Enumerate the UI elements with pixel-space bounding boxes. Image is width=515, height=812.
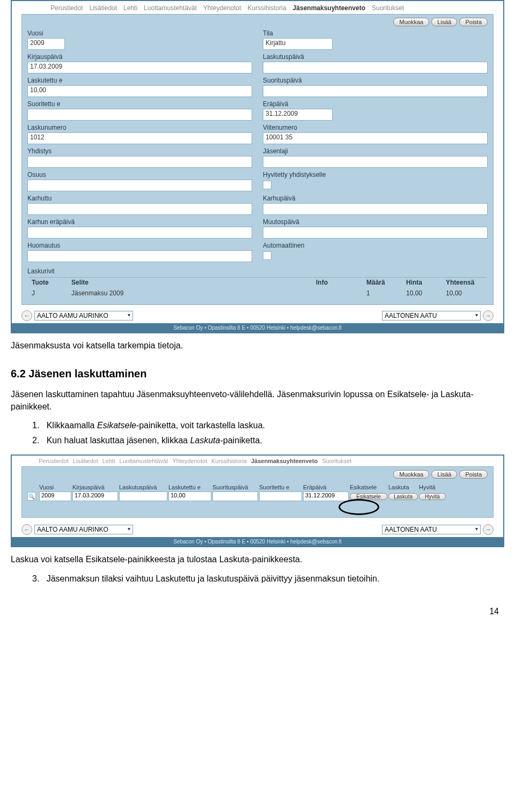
laskutuspaiva-input[interactable] <box>263 62 488 73</box>
poista-button[interactable]: Poista <box>459 18 488 26</box>
laskunumero-input[interactable]: 1012 <box>27 132 252 144</box>
right-combo[interactable]: AALTONEN AATU <box>382 311 481 321</box>
tab-lisatiedot[interactable]: Lisätiedot <box>89 3 118 14</box>
esikatsele-button[interactable]: Esikatsele <box>350 493 387 500</box>
h2-hyvita: Hyvitä <box>419 484 446 490</box>
vuosi-input[interactable]: 2009 <box>27 38 65 50</box>
list-item-2: 2. Kun haluat laskuttaa jäsenen, klikkaa… <box>32 434 504 447</box>
tab-bar: Perustiedot Lisätiedot Lehti Luottamuste… <box>12 1 503 14</box>
laskutettu-label: Laskutettu e <box>27 77 252 84</box>
row-suorpaiva[interactable] <box>212 491 258 501</box>
th-selite: Selite <box>68 277 312 287</box>
prev-left-icon[interactable]: ← <box>21 310 32 321</box>
tab2-perustiedot[interactable]: Perustiedot <box>39 458 69 464</box>
cell-yhteensa: 10,00 <box>443 288 487 298</box>
tab2-yhteydenotot[interactable]: Yhteydenotot <box>172 458 207 464</box>
hyvitetty-checkbox[interactable] <box>263 181 271 189</box>
tab-kurssihistoria[interactable]: Kurssihistoria <box>247 3 288 14</box>
annotation-circle-icon <box>339 499 379 515</box>
h2-laskutus: Laskutuspäivä <box>119 484 167 490</box>
osuus-label: Osuus <box>27 171 252 178</box>
karhuttu-label: Karhuttu <box>27 195 252 202</box>
section-heading: 6.2 Jäsenen laskuttaminen <box>11 368 504 380</box>
tab-perustiedot[interactable]: Perustiedot <box>49 3 84 14</box>
paragraph-3: Laskua voi katsella Esikatsele-painikkee… <box>11 554 504 565</box>
th-info: Info <box>313 277 362 287</box>
cell-selite: Jäsenmaksu 2009 <box>68 288 312 298</box>
laskurivit-label: Laskurivit <box>27 267 488 275</box>
karhuttu-input[interactable] <box>27 203 252 215</box>
row-laskutus[interactable] <box>119 491 167 501</box>
yhdistys-input[interactable] <box>27 156 252 168</box>
next-right-icon[interactable]: → <box>483 310 494 321</box>
muokkaa-button[interactable]: Muokkaa <box>393 18 429 26</box>
yhdistys-label: Yhdistys <box>27 147 252 155</box>
tila-input[interactable]: Kirjattu <box>263 38 333 50</box>
lisaa-button[interactable]: Lisää <box>431 18 457 26</box>
huomautus-input[interactable] <box>27 250 252 262</box>
suorituspaiva-input[interactable] <box>263 85 488 97</box>
kirjauspaiva-input[interactable]: 17.03.2009 <box>27 62 252 73</box>
tab2-kurssihistoria[interactable]: Kurssihistoria <box>211 458 247 464</box>
next-right-icon-2[interactable]: → <box>483 524 494 535</box>
h2-suorpaiva: Suorituspäivä <box>212 484 258 490</box>
muutospaiva-input[interactable] <box>263 227 488 239</box>
tab2-luottamustehtavat[interactable]: Luottamustehtävät <box>120 458 168 464</box>
h2-suoritettu: Suoritettu e <box>259 484 302 490</box>
tab2-lehti[interactable]: Lehti <box>102 458 115 464</box>
muokkaa-button-2[interactable]: Muokkaa <box>393 470 429 479</box>
tab-lehti[interactable]: Lehti <box>122 3 138 14</box>
h2-esikatsele: Esikatsele <box>350 484 387 490</box>
h2-laskutettu: Laskutettu e <box>168 484 211 490</box>
tab-suoritukset[interactable]: Suoritukset <box>371 3 405 14</box>
osuus-input[interactable] <box>27 180 252 191</box>
numbered-list-2: 3. Jäsenmaksun tilaksi vaihtuu Laskutett… <box>32 572 504 585</box>
automaattinen-label: Automaattinen <box>263 242 488 249</box>
suorituspaiva-label: Suorituspäivä <box>263 77 488 84</box>
footer-bar: Sebacon Oy • Opastinsilta 8 E • 00520 He… <box>12 323 503 332</box>
laskutettu-input[interactable]: 10,00 <box>27 85 252 97</box>
viitenumero-input[interactable]: 10001 35 <box>263 132 488 144</box>
tila-label: Tila <box>263 29 488 37</box>
th-maara: Määrä <box>363 277 402 287</box>
th-hinta: Hinta <box>403 277 442 287</box>
automaattinen-checkbox[interactable] <box>263 251 271 260</box>
poista-button-2[interactable]: Poista <box>459 470 488 479</box>
karhunera-input[interactable] <box>27 227 252 239</box>
row-suoritettu[interactable] <box>259 491 302 501</box>
erapaiva-label: Eräpäivä <box>263 100 488 108</box>
magnify-icon[interactable]: 🔍 <box>27 492 36 501</box>
h2-era: Eräpäivä <box>303 484 349 490</box>
right-combo-2[interactable]: AALTONEN AATU <box>382 525 481 534</box>
toolbar: Muokkaa Lisää Poista <box>27 18 488 26</box>
table-row: J Jäsenmaksu 2009 1 10,00 10,00 <box>28 288 487 298</box>
numbered-list: 1. Klikkaamalla Esikatsele-painiketta, v… <box>32 419 504 447</box>
row-laskutettu[interactable]: 10,00 <box>168 491 211 501</box>
lisaa-button-2[interactable]: Lisää <box>431 470 457 479</box>
row-era[interactable]: 31.12.2009 <box>303 491 349 501</box>
th-tuote: Tuote <box>28 277 67 287</box>
tab2-jasenmaksuyhteenveto[interactable]: Jäsenmaksuyhteenveto <box>251 458 318 464</box>
tab-luottamustehtavat[interactable]: Luottamustehtävät <box>143 3 198 14</box>
tab2-lisatiedot[interactable]: Lisätiedot <box>73 458 98 464</box>
tab-jasenmaksuyhteenveto[interactable]: Jäsenmaksuyhteenveto <box>292 3 366 14</box>
tab-yhteydenotot[interactable]: Yhteydenotot <box>202 3 242 14</box>
h2-vuosi: Vuosi <box>39 484 71 490</box>
karhupaiva-label: Karhupäivä <box>263 195 488 202</box>
left-combo-2[interactable]: AALTO AAMU AURINKO <box>34 525 133 534</box>
h2-kirjaus: Kirjauspäivä <box>72 484 118 490</box>
form-panel: Muokkaa Lisää Poista Vuosi2009 TilaKirja… <box>21 14 494 305</box>
hyvita-button[interactable]: Hyvitä <box>419 493 446 500</box>
left-combo[interactable]: AALTO AAMU AURINKO <box>34 311 133 321</box>
jasenlaji-input[interactable] <box>263 156 488 168</box>
prev-left-icon-2[interactable]: ← <box>21 524 32 535</box>
row-vuosi[interactable]: 2009 <box>39 491 71 501</box>
toolbar-2: Muokkaa Lisää Poista <box>27 470 488 479</box>
suoritettu-input[interactable] <box>27 109 252 121</box>
erapaiva-input[interactable]: 31.12.2009 <box>263 109 333 121</box>
form-screenshot: Perustiedot Lisätiedot Lehti Luottamuste… <box>11 0 504 333</box>
laskuta-button[interactable]: Laskuta <box>388 493 418 500</box>
tab2-suoritukset[interactable]: Suoritukset <box>322 458 351 464</box>
karhupaiva-input[interactable] <box>263 203 488 215</box>
row-kirjaus[interactable]: 17.03.2009 <box>72 491 118 501</box>
